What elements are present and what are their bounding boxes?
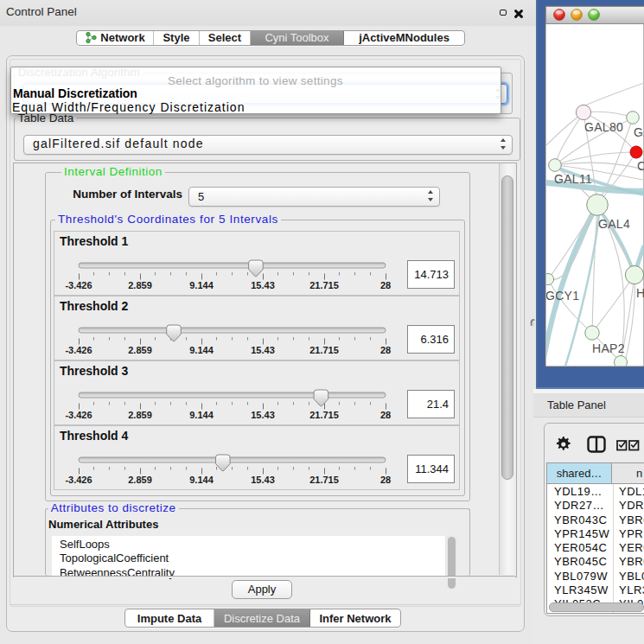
- svg-text:28: 28: [380, 410, 391, 420]
- svg-text:28: 28: [380, 475, 391, 485]
- svg-text:9.144: 9.144: [189, 410, 214, 420]
- svg-text:GAL4: GAL4: [598, 217, 630, 231]
- svg-text:28: 28: [380, 345, 391, 355]
- svg-text:15.43: 15.43: [251, 475, 275, 485]
- svg-text:GAL11: GAL11: [554, 172, 592, 186]
- svg-text:15.43: 15.43: [251, 410, 275, 420]
- svg-text:9.144: 9.144: [189, 475, 214, 485]
- svg-text:-3.426: -3.426: [65, 475, 92, 485]
- svg-text:-3.426: -3.426: [65, 280, 92, 290]
- svg-text:28: 28: [380, 280, 391, 290]
- svg-text:H: H: [636, 286, 644, 300]
- svg-text:GA: GA: [634, 125, 644, 139]
- svg-text:-3.426: -3.426: [65, 345, 92, 355]
- svg-text:GAL80: GAL80: [584, 120, 623, 134]
- svg-text:15.43: 15.43: [251, 280, 275, 290]
- svg-text:HAP2: HAP2: [592, 341, 625, 355]
- svg-text:2.859: 2.859: [128, 410, 152, 420]
- svg-text:21.715: 21.715: [309, 345, 339, 355]
- svg-text:2.859: 2.859: [128, 280, 152, 290]
- svg-text:21.715: 21.715: [309, 280, 339, 290]
- svg-text:9.144: 9.144: [189, 345, 214, 355]
- svg-text:C: C: [637, 159, 644, 173]
- svg-text:21.715: 21.715: [309, 475, 339, 485]
- svg-text:2.859: 2.859: [128, 475, 152, 485]
- svg-text:-3.426: -3.426: [65, 410, 92, 420]
- svg-text:21.715: 21.715: [309, 410, 339, 420]
- svg-text:9.144: 9.144: [189, 280, 214, 290]
- svg-text:15.43: 15.43: [251, 345, 275, 355]
- svg-text:2.859: 2.859: [128, 345, 152, 355]
- svg-text:GCY1: GCY1: [545, 289, 579, 303]
